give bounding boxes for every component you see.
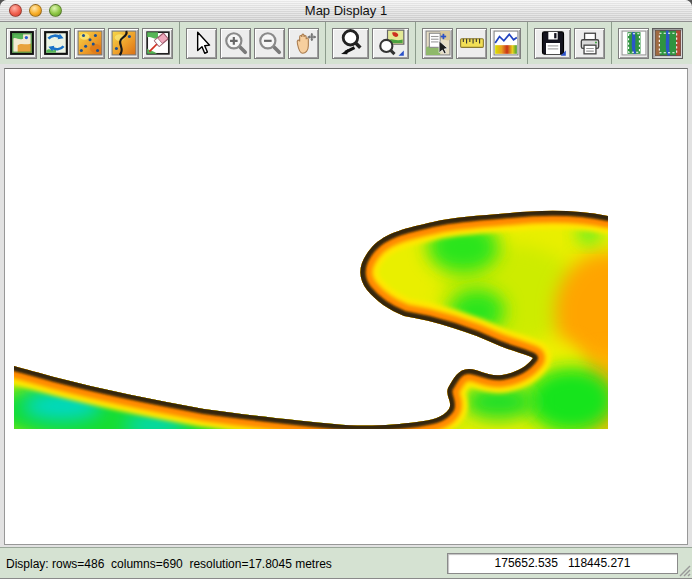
printer-icon (577, 30, 603, 56)
erase-display-button[interactable] (142, 28, 173, 59)
save-floppy-icon (539, 29, 567, 57)
pointer-button[interactable] (186, 28, 217, 59)
zoom-options-button[interactable] (372, 28, 409, 59)
zoom-out-button[interactable] (254, 28, 285, 59)
toolbar (0, 22, 692, 64)
cursor-arrow-icon (189, 30, 215, 56)
eraser-icon (145, 30, 171, 56)
coordinate-readout[interactable]: 175652.535 118445.271 (447, 553, 678, 574)
window-title: Map Display 1 (0, 0, 692, 22)
zoom-back-icon (337, 29, 365, 57)
previous-zoom-button[interactable] (332, 28, 369, 59)
terrain-path-icon (111, 30, 137, 56)
explore-map-icon (655, 30, 681, 56)
display-layers-button[interactable] (6, 28, 37, 59)
redraw-icon (43, 30, 69, 56)
pan-hand-icon (291, 30, 317, 56)
query-map-button[interactable] (422, 28, 453, 59)
profile-chart-icon (493, 30, 519, 56)
terrain-points-icon (77, 30, 103, 56)
ruler-icon (459, 30, 485, 56)
resize-grip-icon[interactable] (677, 563, 691, 577)
redraw-layers-button[interactable] (40, 28, 71, 59)
flythrough-path-button[interactable] (108, 28, 139, 59)
canvas-frame (0, 64, 692, 547)
title-bar[interactable]: Map Display 1 (0, 0, 692, 22)
toolbar-separator (179, 22, 180, 64)
save-display-button[interactable] (534, 28, 571, 59)
explore-mode-button[interactable] (652, 28, 683, 59)
profile-button[interactable] (490, 28, 521, 59)
map-display-window: Map Display 1 (0, 0, 692, 579)
toolbar-separator (527, 22, 528, 64)
toolbar-separator (415, 22, 416, 64)
display-info: Display: rows=486 columns=690 resolution… (6, 548, 332, 579)
raster-map-image (5, 69, 687, 544)
map-canvas[interactable] (4, 68, 688, 545)
constrain-region-button[interactable] (618, 28, 649, 59)
toolbar-separator (325, 22, 326, 64)
pan-button[interactable] (288, 28, 319, 59)
status-bar: Display: rows=486 columns=690 resolution… (0, 547, 692, 579)
zoom-in-button[interactable] (220, 28, 251, 59)
zoom-in-icon (223, 30, 249, 56)
print-map-button[interactable] (574, 28, 605, 59)
measure-button[interactable] (456, 28, 487, 59)
region-map-icon (621, 30, 647, 56)
query-icon (425, 30, 451, 56)
toolbar-separator (611, 22, 612, 64)
nviz-3d-button[interactable] (74, 28, 105, 59)
zoom-out-icon (257, 30, 283, 56)
display-map-icon (9, 30, 35, 56)
zoom-to-map-icon (377, 29, 405, 57)
